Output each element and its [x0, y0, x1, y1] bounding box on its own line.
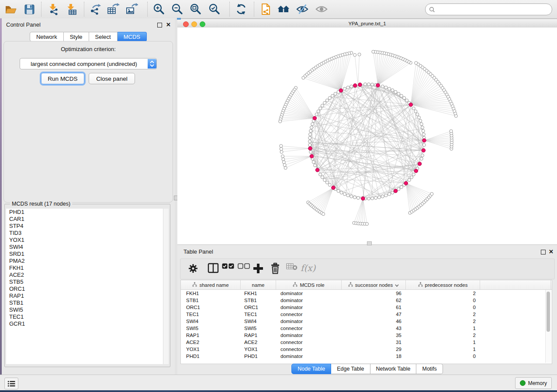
cell[interactable]: 43 — [342, 326, 406, 331]
zoom-out-icon[interactable] — [171, 3, 184, 16]
gear-icon[interactable] — [187, 263, 199, 274]
mcds-result-item[interactable]: CAR1 — [6, 216, 163, 223]
network-window-titlebar[interactable]: YPA_prune.txt_1 — [177, 20, 557, 28]
refresh-icon[interactable] — [235, 3, 248, 16]
network-graph[interactable] — [177, 28, 557, 244]
cell[interactable]: STB1 — [241, 298, 276, 303]
table-row[interactable]: YOX1YOX1connector291 — [181, 346, 552, 353]
window-minimize-button[interactable] — [191, 21, 197, 27]
table-row[interactable]: PHD1PHD1dominator180 — [181, 353, 552, 360]
cell[interactable]: YOX1 — [181, 347, 241, 352]
delete-table-icon[interactable] — [286, 263, 298, 270]
tab-network-table[interactable]: Network Table — [370, 364, 417, 374]
search-field[interactable] — [435, 5, 552, 14]
close-panel-icon[interactable]: ✕ — [166, 22, 171, 27]
add-column-icon[interactable] — [253, 263, 264, 274]
run-mcds-button[interactable]: Run MCDS — [41, 73, 84, 84]
mcds-result-item[interactable]: TEC1 — [6, 313, 163, 320]
close-panel-button[interactable]: Close panel — [89, 73, 135, 84]
mcds-result-item[interactable]: STP4 — [6, 223, 163, 230]
table-row[interactable]: ORC1ORC1dominator610 — [181, 304, 552, 311]
cell[interactable]: dominator — [276, 298, 342, 303]
cell[interactable]: 62 — [342, 298, 406, 303]
mcds-result-item[interactable]: RAP1 — [6, 292, 163, 299]
cell[interactable]: dominator — [276, 291, 342, 296]
cell[interactable]: FKH1 — [241, 291, 276, 296]
cell[interactable]: 2 — [406, 291, 480, 296]
split-columns-icon[interactable] — [208, 263, 219, 273]
table-header-row[interactable]: shared namenameMCDS rolesuccessor nodesp… — [181, 280, 552, 290]
show-all-eye-icon[interactable] — [315, 3, 328, 16]
select-all-checkboxes-icon[interactable] — [222, 263, 234, 269]
mcds-result-item[interactable]: STB5 — [6, 279, 163, 285]
cell[interactable]: 0 — [406, 298, 480, 303]
cell[interactable]: RAP1 — [181, 333, 241, 338]
column-header-predecessor-nodes[interactable]: predecessor nodes — [406, 280, 480, 289]
cell[interactable]: FKH1 — [181, 291, 241, 296]
horizontal-splitter-handle[interactable] — [367, 241, 372, 245]
memory-button[interactable]: Memory — [515, 377, 552, 389]
float-panel-icon[interactable] — [157, 23, 162, 28]
mcds-result-item[interactable]: SWI4 — [6, 244, 163, 251]
mcds-result-item[interactable]: PHD1 — [6, 209, 163, 216]
cell[interactable]: 47 — [342, 312, 406, 317]
cell[interactable]: 35 — [342, 333, 406, 338]
cell[interactable]: PHD1 — [241, 354, 276, 359]
mcds-result-item[interactable]: SWI5 — [6, 306, 163, 313]
cell[interactable]: TEC1 — [181, 312, 241, 317]
network-canvas[interactable] — [177, 28, 557, 244]
cell[interactable]: ORC1 — [181, 305, 241, 310]
save-session-icon[interactable] — [23, 3, 36, 16]
cell[interactable]: dominator — [276, 333, 342, 338]
cell[interactable]: STB1 — [181, 298, 241, 303]
window-zoom-button[interactable] — [200, 21, 205, 27]
cell[interactable]: 46 — [342, 319, 406, 324]
tab-network[interactable]: Network — [30, 32, 64, 41]
cell[interactable]: ACE2 — [181, 340, 241, 345]
cell[interactable]: PHD1 — [181, 354, 241, 359]
table-scrollbar-thumb[interactable] — [547, 292, 550, 332]
mcds-result-item[interactable]: TID3 — [6, 230, 163, 237]
table-row[interactable]: SWI5SWI5connector431 — [181, 325, 552, 332]
float-table-panel-icon[interactable] — [541, 250, 546, 254]
table-row[interactable]: TEC1TEC1connector472 — [181, 311, 552, 318]
cell[interactable]: connector — [276, 347, 342, 352]
mcds-list-scrollbar[interactable] — [163, 209, 169, 364]
cell[interactable]: 2 — [406, 312, 480, 317]
cell[interactable]: 1 — [406, 340, 480, 345]
export-network-icon[interactable] — [89, 3, 102, 16]
function-builder-icon[interactable]: f(x) — [301, 263, 315, 273]
cell[interactable]: connector — [276, 312, 342, 317]
cell[interactable]: RAP1 — [241, 333, 276, 338]
cell[interactable]: 2 — [406, 333, 480, 338]
cell[interactable]: ORC1 — [241, 305, 276, 310]
export-image-icon[interactable] — [125, 3, 138, 16]
cell[interactable]: ACE2 — [241, 340, 276, 345]
cell[interactable]: dominator — [276, 319, 342, 324]
cell[interactable]: 1 — [406, 326, 480, 331]
tab-style[interactable]: Style — [64, 32, 89, 41]
cell[interactable]: 31 — [342, 340, 406, 345]
mcds-result-item[interactable]: PMA2 — [6, 258, 163, 265]
open-file-icon[interactable] — [4, 3, 17, 16]
table-row[interactable]: FKH1FKH1dominator962 — [181, 290, 552, 297]
table-row[interactable]: SWI4SWI4dominator462 — [181, 318, 552, 325]
cell[interactable]: 96 — [342, 291, 406, 296]
import-table-icon[interactable] — [65, 3, 78, 16]
mcds-result-item[interactable]: GCR1 — [6, 320, 163, 327]
share-document-icon[interactable] — [259, 3, 273, 16]
zoom-selected-icon[interactable] — [208, 3, 221, 16]
column-header-successor-nodes[interactable]: successor nodes — [342, 280, 406, 289]
column-header-shared-name[interactable]: shared name — [181, 280, 241, 289]
tab-edge-table[interactable]: Edge Table — [331, 364, 370, 374]
search-input[interactable] — [425, 3, 552, 15]
cell[interactable]: dominator — [276, 354, 342, 359]
mcds-result-item[interactable]: FKH1 — [6, 265, 163, 272]
deselect-all-checkboxes-icon[interactable] — [238, 263, 250, 269]
mcds-result-item[interactable]: ORC1 — [6, 285, 163, 292]
cell[interactable]: 18 — [342, 354, 406, 359]
tab-select[interactable]: Select — [89, 32, 118, 41]
cell[interactable]: connector — [276, 340, 342, 345]
console-list-button[interactable] — [4, 378, 18, 389]
mcds-result-item[interactable]: SRD1 — [6, 251, 163, 258]
